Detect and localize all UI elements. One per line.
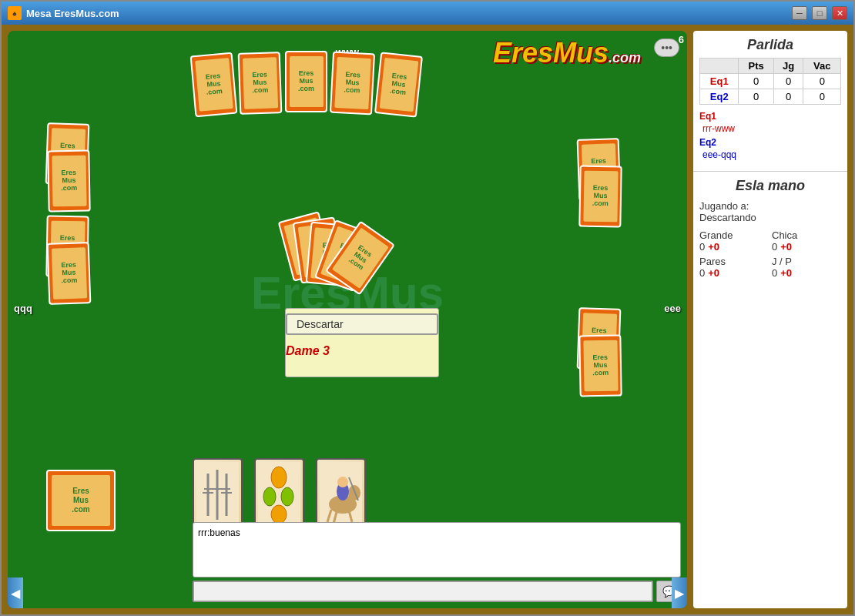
app-icon: ♠ bbox=[8, 6, 22, 20]
discard-popup: Descartar Dame 3 bbox=[285, 308, 439, 377]
hand-card-1[interactable] bbox=[193, 458, 243, 531]
jugando-info: Jugando a: Descartando bbox=[699, 200, 841, 223]
jugando-value: Descartando bbox=[699, 212, 756, 223]
jp-val: 0 bbox=[772, 267, 777, 279]
close-button[interactable]: ✕ bbox=[832, 6, 847, 20]
main-window: ♠ Mesa EresMus.com ─ □ ✕ 6 EresMus.com •… bbox=[0, 0, 855, 616]
jugando-label: Jugando a: bbox=[699, 200, 749, 212]
card-left-2: EresMus.com bbox=[47, 150, 90, 213]
chica-label: Chica bbox=[772, 229, 841, 241]
col-vac: Vac bbox=[803, 59, 841, 74]
chica-score: Chica 0 +0 bbox=[772, 229, 841, 253]
card-top-3: EresMus.com bbox=[285, 51, 327, 112]
card-top-5: EresMus.com bbox=[374, 52, 423, 117]
hand-card-2[interactable] bbox=[254, 458, 304, 531]
game-area: 6 EresMus.com ••• EresMus.com www qqq ee… bbox=[8, 31, 687, 608]
card-top-4: EresMus.com bbox=[330, 52, 375, 116]
window-title: Mesa EresMus.com bbox=[26, 8, 787, 19]
card-right-2: EresMus.com bbox=[578, 166, 622, 228]
eq1-vac: 0 bbox=[803, 74, 841, 89]
card-left-4: EresMus.com bbox=[47, 242, 92, 305]
grande-score: Grande 0 +0 bbox=[699, 229, 769, 253]
svg-point-8 bbox=[271, 467, 287, 488]
chat-input[interactable] bbox=[193, 581, 653, 602]
maximize-button[interactable]: □ bbox=[812, 6, 827, 20]
pares-plus: +0 bbox=[708, 267, 719, 279]
eq2-vac: 0 bbox=[803, 89, 841, 105]
svg-point-9 bbox=[263, 487, 276, 506]
grande-plus: +0 bbox=[708, 241, 719, 253]
player-right-label: eee bbox=[664, 303, 681, 314]
jp-plus: +0 bbox=[780, 267, 792, 279]
col-jg: Jg bbox=[773, 59, 803, 74]
svg-point-16 bbox=[337, 477, 348, 487]
pares-val: 0 bbox=[699, 267, 705, 279]
logo-text: EresMus.com bbox=[493, 37, 641, 69]
eq2-players: eee-qqq bbox=[699, 149, 841, 160]
chat-message-1: rrr:buenas bbox=[198, 527, 240, 538]
grande-val: 0 bbox=[699, 241, 705, 253]
jp-score: J / P 0 +0 bbox=[772, 256, 841, 279]
eq2-jg: 0 bbox=[773, 89, 803, 105]
parlida-title: Parlida bbox=[699, 37, 841, 53]
score-table: Pts Jg Vac Eq1 0 0 0 Eq2 bbox=[699, 58, 841, 105]
col-empty bbox=[700, 59, 739, 74]
pares-score: Pares 0 +0 bbox=[699, 256, 769, 279]
chat-messages: rrr:buenas bbox=[193, 522, 681, 578]
deck-logo-card: EresMus.com bbox=[46, 470, 116, 531]
eq1-players: rrr-www bbox=[699, 123, 841, 134]
hand-scores: Grande 0 +0 Chica 0 +0 P bbox=[699, 229, 841, 279]
card-top-1: EresMus.com bbox=[190, 52, 238, 117]
discard-note: Dame 3 bbox=[286, 344, 438, 358]
eq2-label: Eq2 bbox=[700, 89, 739, 105]
scroll-right-button[interactable]: ▶ bbox=[672, 578, 687, 608]
card-top-2: EresMus.com bbox=[238, 52, 283, 115]
eq1-name-label: Eq1 bbox=[699, 111, 716, 122]
team-names: Eq1 rrr-www Eq2 eee-qqq bbox=[699, 105, 841, 165]
discard-button[interactable]: Descartar bbox=[286, 313, 438, 335]
main-content: 6 EresMus.com ••• EresMus.com www qqq ee… bbox=[2, 25, 853, 614]
eq2-pts: 0 bbox=[739, 89, 773, 105]
eq1-pts: 0 bbox=[739, 74, 773, 89]
eq1-jg: 0 bbox=[773, 74, 803, 89]
col-pts: Pts bbox=[739, 59, 773, 74]
hand-panel: Esla mano Jugando a: Descartando Grande … bbox=[693, 172, 847, 608]
score-panel: Parlida Pts Jg Vac Eq1 0 bbox=[693, 31, 847, 172]
card-right-4: EresMus.com bbox=[578, 335, 622, 397]
more-button[interactable]: ••• bbox=[654, 38, 679, 57]
score-badge: 6 bbox=[679, 34, 684, 45]
chica-val: 0 bbox=[772, 241, 777, 253]
grande-label: Grande bbox=[699, 229, 769, 241]
scroll-left-button[interactable]: ◀ bbox=[8, 578, 23, 608]
game-logo: EresMus.com bbox=[493, 37, 641, 69]
player-left-label: qqq bbox=[14, 303, 32, 314]
pares-label: Pares bbox=[699, 256, 769, 267]
eq1-label: Eq1 bbox=[700, 74, 739, 89]
score-row-eq2: Eq2 0 0 0 bbox=[700, 89, 841, 105]
sidebar: Parlida Pts Jg Vac Eq1 0 bbox=[693, 31, 847, 608]
svg-point-11 bbox=[271, 505, 287, 524]
titlebar: ♠ Mesa EresMus.com ─ □ ✕ bbox=[2, 2, 853, 25]
chica-plus: +0 bbox=[780, 241, 792, 253]
chat-area: rrr:buenas 💬 bbox=[193, 522, 681, 602]
score-row-eq1: Eq1 0 0 0 bbox=[700, 74, 841, 89]
svg-point-10 bbox=[281, 487, 293, 506]
chat-input-row: 💬 bbox=[193, 581, 681, 602]
hand-title: Esla mano bbox=[699, 178, 841, 194]
minimize-button[interactable]: ─ bbox=[792, 6, 807, 20]
eq2-name-label: Eq2 bbox=[699, 137, 716, 148]
hand-card-3[interactable] bbox=[316, 458, 366, 531]
jp-label: J / P bbox=[772, 256, 841, 267]
